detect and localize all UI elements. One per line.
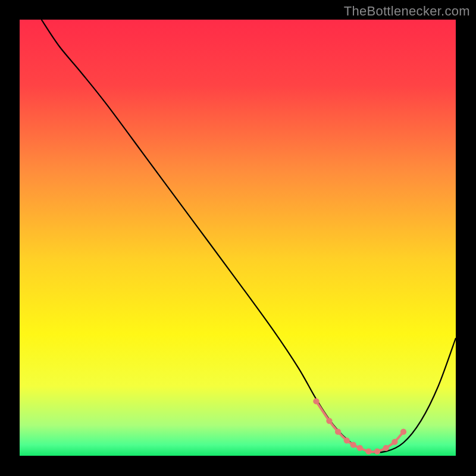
chart-container xyxy=(20,20,456,456)
optimal-markers xyxy=(313,398,406,455)
chart-overlay xyxy=(20,20,456,456)
svg-point-7 xyxy=(365,449,371,455)
watermark: TheBottlenecker.com xyxy=(344,4,470,19)
svg-point-10 xyxy=(392,439,397,444)
svg-point-3 xyxy=(335,429,341,435)
svg-point-2 xyxy=(326,418,332,424)
svg-point-4 xyxy=(344,437,350,443)
svg-point-6 xyxy=(357,445,363,451)
svg-point-1 xyxy=(313,398,319,404)
svg-point-11 xyxy=(400,429,406,435)
svg-point-9 xyxy=(383,445,389,451)
bottleneck-curve xyxy=(42,20,456,453)
svg-point-8 xyxy=(374,449,380,455)
svg-point-5 xyxy=(350,442,356,448)
